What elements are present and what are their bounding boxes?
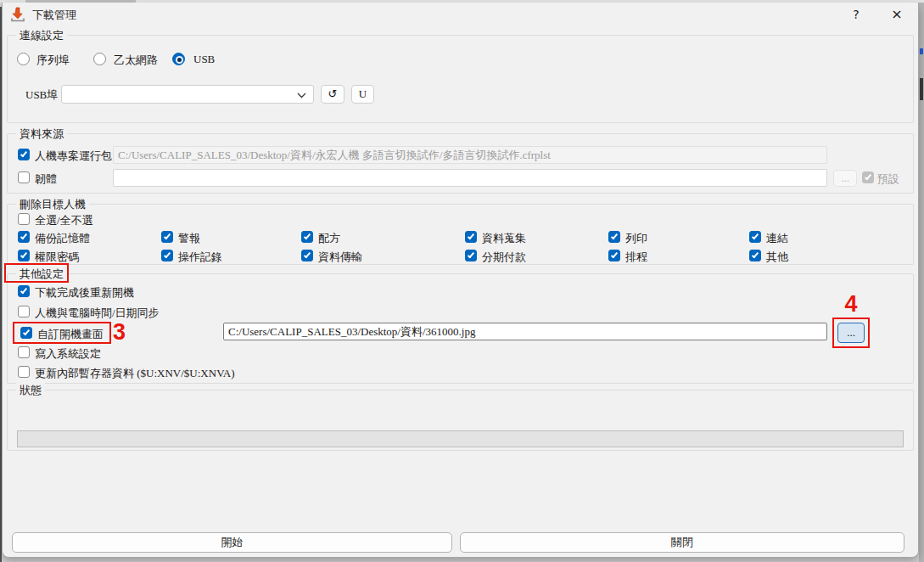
delete-item-checkbox[interactable] <box>18 250 30 261</box>
check-icon <box>164 233 171 240</box>
select-all-checkbox[interactable] <box>18 213 30 225</box>
delete-item-label: 配方 <box>318 231 340 246</box>
radio-ring <box>176 56 183 64</box>
u-button[interactable]: U <box>351 85 374 104</box>
delete-item-label: 資料蒐集 <box>482 231 526 246</box>
delete-target-title: 刪除目標人機 <box>16 197 89 211</box>
check-icon <box>611 233 618 240</box>
check-icon <box>20 251 27 259</box>
serial-port-label: 序列埠 <box>36 53 70 68</box>
annotation-number-4: 4 <box>838 292 864 316</box>
annotation-number-3: 3 <box>113 320 126 344</box>
select-all-label: 全選/全不選 <box>35 213 93 228</box>
check-icon <box>611 251 618 259</box>
screen: 下載管理 ? × 連線設定 序列埠 乙太網路 USB USB埠 ↺ U 資料來源… <box>0 0 924 562</box>
check-icon <box>752 251 759 259</box>
firmware-default-checkbox <box>862 171 874 183</box>
write-system-checkbox[interactable] <box>18 346 30 358</box>
check-icon <box>164 251 171 259</box>
check-icon <box>20 150 27 158</box>
annotation-box-browse <box>832 318 870 348</box>
write-system-label: 寫入系統設定 <box>35 346 101 362</box>
check-icon <box>20 287 27 295</box>
connection-settings-title: 連線設定 <box>16 28 67 42</box>
start-button[interactable]: 開始 <box>12 532 452 553</box>
delete-item-checkbox[interactable] <box>608 250 620 261</box>
time-sync-checkbox[interactable] <box>18 306 30 318</box>
serial-port-radio[interactable] <box>17 53 30 65</box>
project-package-checkbox[interactable] <box>18 149 30 160</box>
time-sync-label: 人機與電腦時間/日期同步 <box>35 306 160 321</box>
delete-item-label: 資料傳輸 <box>318 250 362 265</box>
close-icon[interactable]: × <box>888 5 906 24</box>
check-icon <box>20 233 27 240</box>
delete-item-label: 操作記錄 <box>178 250 222 265</box>
delete-item-checkbox[interactable] <box>301 231 313 243</box>
update-registers-label: 更新內部暫存器資料 ($U:XNV/$U:XNVA) <box>35 366 235 381</box>
delete-item-checkbox[interactable] <box>161 250 173 261</box>
project-package-label: 人機專案運行包 <box>35 149 112 164</box>
delete-item-checkbox[interactable] <box>465 231 477 243</box>
check-icon <box>752 233 759 240</box>
delete-item-label: 分期付款 <box>482 250 526 265</box>
delete-item-checkbox[interactable] <box>608 231 620 243</box>
delete-item-label: 其他 <box>766 250 788 265</box>
download-icon <box>10 7 25 22</box>
background-scrollbar-mark <box>920 48 923 54</box>
annotation-box-boot-screen <box>13 322 111 344</box>
delete-item-checkbox[interactable] <box>465 250 477 261</box>
radio-dot <box>177 58 182 62</box>
firmware-default-label: 預設 <box>877 171 899 187</box>
check-icon <box>865 173 871 181</box>
annotation-box-other-settings <box>4 263 69 283</box>
check-icon <box>468 251 474 259</box>
usb-radio[interactable] <box>172 53 185 65</box>
firmware-label: 韌體 <box>35 171 57 187</box>
help-button[interactable]: ? <box>847 5 865 24</box>
delete-item-checkbox[interactable] <box>161 231 173 243</box>
reboot-after-download-checkbox[interactable] <box>18 285 30 297</box>
usb-port-select[interactable] <box>61 85 314 104</box>
ethernet-label: 乙太網路 <box>114 53 158 68</box>
firmware-checkbox[interactable] <box>18 171 30 183</box>
chevron-down-icon <box>297 93 306 98</box>
background-scrollbar-thumb <box>920 78 923 100</box>
connection-settings-group: 連線設定 <box>7 35 914 123</box>
delete-item-label: 警報 <box>178 231 200 246</box>
project-package-path-field <box>113 146 827 164</box>
refresh-button[interactable]: ↺ <box>321 85 344 104</box>
ethernet-radio[interactable] <box>93 53 106 65</box>
delete-item-checkbox[interactable] <box>18 231 30 243</box>
delete-item-checkbox[interactable] <box>749 231 761 243</box>
close-button[interactable]: 關閉 <box>460 532 904 553</box>
data-source-title: 資料來源 <box>16 126 67 141</box>
firmware-browse-button: ... <box>833 170 857 187</box>
firmware-path-field[interactable] <box>113 169 827 187</box>
check-icon <box>304 251 311 259</box>
status-title: 狀態 <box>16 383 45 397</box>
delete-item-label: 連結 <box>766 231 788 246</box>
update-registers-checkbox[interactable] <box>18 366 30 378</box>
boot-screen-path-field[interactable] <box>223 323 827 340</box>
delete-item-checkbox[interactable] <box>749 250 761 261</box>
delete-item-label: 列印 <box>625 231 647 246</box>
usb-label: USB <box>193 53 215 66</box>
reboot-after-download-label: 下載完成後重新開機 <box>35 285 134 301</box>
dialog-title: 下載管理 <box>32 8 76 23</box>
check-icon <box>468 233 474 240</box>
delete-item-label: 排程 <box>625 250 647 265</box>
delete-item-label: 備份記憶體 <box>35 231 90 246</box>
usb-port-label: USB埠 <box>25 87 58 103</box>
delete-item-checkbox[interactable] <box>301 250 313 261</box>
download-progress-bar <box>17 430 904 447</box>
check-icon <box>304 233 311 240</box>
